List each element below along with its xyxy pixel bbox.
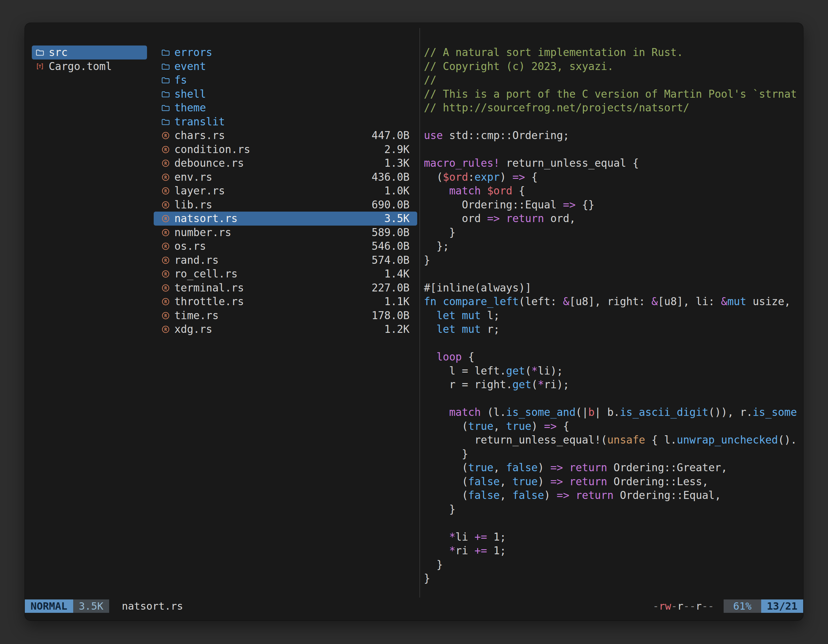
status-bar: NORMAL 3.5K natsort.rs -rw-r--r-- 61% 13… <box>25 599 803 613</box>
folder-icon <box>161 49 170 56</box>
file-item-xdg.rs[interactable]: Rxdg.rs1.2K <box>154 322 417 336</box>
file-item-env.rs[interactable]: Renv.rs436.0B <box>154 170 417 184</box>
file-item-number.rs[interactable]: Rnumber.rs589.0B <box>154 226 417 240</box>
svg-text:R: R <box>164 202 167 207</box>
code-line: } <box>424 572 803 586</box>
dir-item-src[interactable]: src <box>32 45 147 60</box>
file-item-throttle.rs[interactable]: Rthrottle.rs1.1K <box>154 295 417 309</box>
status-spacer <box>183 599 653 613</box>
svg-text:R: R <box>164 175 167 180</box>
entry-name: natsort.rs <box>174 212 238 225</box>
entry-name: xdg.rs <box>174 323 212 335</box>
file-item-ro_cell.rs[interactable]: Rro_cell.rs1.4K <box>154 267 417 281</box>
entry-name: lib.rs <box>174 199 212 211</box>
code-line: ($ord:expr) => { <box>424 170 803 184</box>
code-line: Ordering::Equal => {} <box>424 198 803 212</box>
code-line: // A natural sort implementation in Rust… <box>424 45 803 60</box>
code-line: ord => return ord, <box>424 212 803 226</box>
entry-size: 3.5K <box>384 212 409 225</box>
svg-text:R: R <box>164 327 167 332</box>
permissions-text: -rw-r--r-- <box>653 599 714 613</box>
svg-text:R: R <box>164 258 167 263</box>
entry-name: number.rs <box>174 226 231 239</box>
entry-size: 178.0B <box>372 309 409 322</box>
code-line: // Copyright (c) 2023, sxyazi. <box>424 60 803 74</box>
entry-name: ro_cell.rs <box>174 268 238 280</box>
code-line: // <box>424 73 803 87</box>
entry-size: 1.0K <box>384 185 409 197</box>
scroll-percent-badge: 61% <box>724 599 761 613</box>
rust-file-icon: R <box>161 242 170 251</box>
file-size-badge: 3.5K <box>73 599 109 613</box>
rust-file-icon: R <box>161 297 170 306</box>
toml-file-icon <box>35 63 45 71</box>
file-item-lib.rs[interactable]: Rlib.rs690.0B <box>154 198 417 212</box>
code-line: } <box>424 226 803 240</box>
code-line: match $ord { <box>424 184 803 198</box>
code-line: } <box>424 502 803 516</box>
entry-name: condition.rs <box>174 143 250 155</box>
entry-size: 1.3K <box>384 157 409 169</box>
file-item-time.rs[interactable]: Rtime.rs178.0B <box>154 309 417 323</box>
entry-size: 2.9K <box>384 143 409 155</box>
file-item-debounce.rs[interactable]: Rdebounce.rs1.3K <box>154 156 417 170</box>
code-line: fn compare_left(left: &[u8], right: &[u8… <box>424 295 803 309</box>
code-line: macro_rules! return_unless_equal { <box>424 156 803 170</box>
folder-icon <box>161 76 170 84</box>
code-line: // This is a port of the C version of Ma… <box>424 87 803 101</box>
code-line: (false, false) => return Ordering::Equal… <box>424 489 803 502</box>
file-item-os.rs[interactable]: Ros.rs546.0B <box>154 239 417 253</box>
code-line: *li += 1; <box>424 530 803 544</box>
rust-file-icon: R <box>161 186 170 195</box>
entry-name: throttle.rs <box>174 295 244 308</box>
entry-name: src <box>49 46 68 58</box>
file-preview-pane: // A natural sort implementation in Rust… <box>424 45 803 586</box>
file-item-condition.rs[interactable]: Rcondition.rs2.9K <box>154 143 417 157</box>
dir-item-theme[interactable]: theme <box>154 101 417 115</box>
dir-item-translit[interactable]: translit <box>154 115 417 129</box>
code-line: let mut r; <box>424 322 803 336</box>
entry-size: 227.0B <box>372 282 409 294</box>
svg-text:R: R <box>164 216 167 221</box>
entry-name: fs <box>174 74 187 86</box>
dir-item-shell[interactable]: shell <box>154 87 417 101</box>
file-item-chars.rs[interactable]: Rchars.rs447.0B <box>154 128 417 143</box>
rust-file-icon: R <box>161 159 170 168</box>
code-line: (true, true) => { <box>424 419 803 433</box>
code-line: loop { <box>424 350 803 364</box>
folder-icon <box>161 118 170 125</box>
entry-size: 1.1K <box>384 295 409 308</box>
folder-icon <box>161 63 170 70</box>
rust-file-icon: R <box>161 256 170 265</box>
file-item-rand.rs[interactable]: Rrand.rs574.0B <box>154 253 417 267</box>
file-item-layer.rs[interactable]: Rlayer.rs1.0K <box>154 184 417 198</box>
rust-file-icon: R <box>161 228 170 237</box>
svg-text:R: R <box>164 133 167 138</box>
parent-directory-pane: srcCargo.toml <box>32 45 147 73</box>
cursor-position-badge: 13/21 <box>761 599 803 613</box>
entry-name: debounce.rs <box>174 157 244 169</box>
code-line <box>424 336 803 350</box>
file-item-Cargo.toml[interactable]: Cargo.toml <box>32 60 147 74</box>
svg-text:R: R <box>164 285 167 290</box>
entry-name: env.rs <box>174 171 212 183</box>
rust-file-icon: R <box>161 214 170 223</box>
entry-name: shell <box>174 88 206 100</box>
dir-item-event[interactable]: event <box>154 60 417 74</box>
entry-size: 447.0B <box>372 129 409 142</box>
entry-size: 1.4K <box>384 268 409 280</box>
entry-size: 436.0B <box>372 171 409 183</box>
code-line <box>424 143 803 157</box>
dir-item-errors[interactable]: errors <box>154 45 417 60</box>
entry-size: 1.2K <box>384 323 409 335</box>
code-line: #[inline(always)] <box>424 281 803 295</box>
rust-file-icon: R <box>161 270 170 278</box>
status-filename: natsort.rs <box>122 599 183 613</box>
code-line: (false, true) => return Ordering::Less, <box>424 475 803 489</box>
file-item-natsort.rs[interactable]: Rnatsort.rs3.5K <box>154 212 417 226</box>
file-item-terminal.rs[interactable]: Rterminal.rs227.0B <box>154 281 417 295</box>
current-directory-pane: errorseventfsshellthemetranslitRchars.rs… <box>154 45 417 336</box>
dir-item-fs[interactable]: fs <box>154 73 417 87</box>
entry-name: event <box>174 60 206 72</box>
svg-text:R: R <box>164 188 167 193</box>
